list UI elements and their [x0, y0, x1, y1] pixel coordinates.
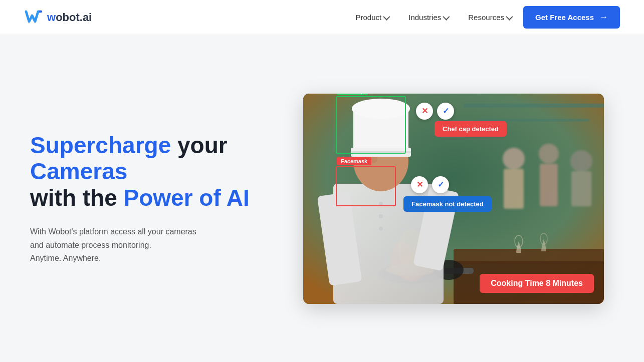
x-mark-icon: ✕ — [421, 106, 428, 116]
arrow-right-icon: → — [599, 12, 608, 23]
svg-point-26 — [379, 227, 383, 231]
detection-scene: Chef cap ✕ ✓ Chef cap detected Facemask — [303, 94, 604, 304]
x-icon-circle-1: ✕ — [416, 103, 433, 120]
chef-cap-detection-box: Chef cap — [336, 96, 406, 154]
hero-image-panel: Chef cap ✕ ✓ Chef cap detected Facemask — [303, 94, 604, 304]
check-icon-circle-1: ✓ — [437, 103, 454, 120]
chef-cap-icon-group: ✕ ✓ — [416, 103, 454, 120]
svg-rect-7 — [540, 164, 558, 206]
chevron-down-icon — [506, 13, 513, 20]
svg-rect-2 — [464, 104, 604, 108]
hero-description: With Wobot's platform access all your ca… — [30, 225, 271, 265]
svg-point-25 — [379, 214, 383, 218]
nav-industries[interactable]: Industries — [400, 9, 456, 26]
svg-point-6 — [539, 144, 559, 164]
check-mark-icon-2: ✓ — [438, 180, 444, 189]
chevron-down-icon — [383, 13, 390, 20]
facemask-detection-box: Facemask — [336, 166, 396, 206]
main-section: Supercharge your Cameras with the Power … — [0, 35, 644, 362]
svg-point-8 — [570, 150, 592, 172]
nav-resources[interactable]: Resources — [460, 9, 519, 26]
svg-rect-9 — [571, 171, 591, 206]
logo-text: wobot.ai — [47, 11, 92, 24]
facemask-tooltip: Facemask not detected — [403, 196, 492, 212]
logo-link[interactable]: wobot.ai — [24, 8, 92, 28]
facemask-box-label: Facemask — [337, 157, 371, 165]
nav-links: Product Industries Resources Get Free Ac… — [348, 6, 620, 29]
x-icon-circle-2: ✕ — [411, 176, 428, 193]
svg-point-4 — [503, 148, 525, 170]
x-mark-icon-2: ✕ — [416, 180, 423, 189]
chef-cap-tooltip: Chef cap detected — [435, 121, 507, 137]
hero-title: Supercharge your Cameras with the Power … — [30, 132, 271, 212]
wobot-logo-icon — [24, 8, 44, 28]
cooking-time-badge: Cooking Time 8 Minutes — [480, 274, 594, 293]
chef-cap-box-label: Chef cap — [337, 94, 368, 95]
chevron-down-icon — [443, 13, 450, 20]
nav-product[interactable]: Product — [348, 9, 397, 26]
check-mark-icon: ✓ — [443, 106, 449, 116]
check-icon-circle-2: ✓ — [432, 176, 449, 193]
facemask-icon-group: ✕ ✓ — [411, 176, 449, 193]
navbar: wobot.ai Product Industries Resources Ge… — [0, 0, 644, 35]
get-free-access-button[interactable]: Get Free Access → — [523, 6, 620, 29]
svg-rect-5 — [504, 169, 524, 209]
hero-text-block: Supercharge your Cameras with the Power … — [30, 132, 271, 265]
